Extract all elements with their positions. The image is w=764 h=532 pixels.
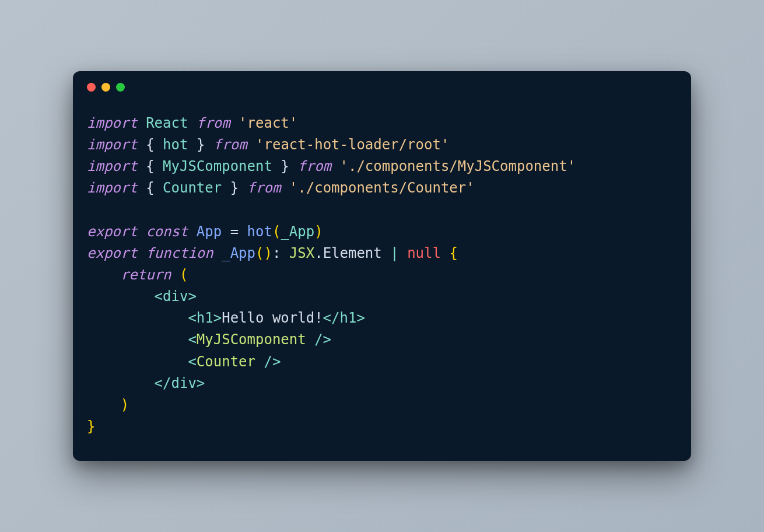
keyword-from: from <box>247 180 281 196</box>
tag-open: < <box>155 288 163 304</box>
code-line: import { Counter } from './components/Co… <box>87 180 475 196</box>
keyword-null: null <box>407 245 441 261</box>
component-tag: Counter <box>197 354 255 370</box>
code-line: } <box>87 418 95 435</box>
tag-close: > <box>213 310 222 326</box>
brace: { <box>146 158 154 174</box>
string-literal: 'react-hot-loader/root' <box>255 136 449 153</box>
code-line: export function _App(): JSX.Element | nu… <box>87 245 458 261</box>
keyword-export: export <box>87 245 138 261</box>
code-line: <Counter /> <box>87 354 281 370</box>
minimize-button[interactable] <box>101 83 110 92</box>
identifier: App <box>197 223 222 240</box>
keyword-const: const <box>146 223 188 240</box>
code-line: ) <box>87 397 129 413</box>
code-line: import { MyJSComponent } from './compone… <box>87 158 576 174</box>
tag-close: /> <box>255 354 281 370</box>
tag-open: < <box>188 331 196 348</box>
string-literal: './components/MyJSComponent' <box>340 158 576 174</box>
brace: } <box>281 158 289 174</box>
paren-open: ( <box>272 223 281 240</box>
tag-open: < <box>188 354 196 370</box>
brace: } <box>230 180 239 196</box>
tag-close: /> <box>306 331 331 348</box>
code-line: <h1>Hello world!</h1> <box>87 310 365 326</box>
operator: = <box>230 223 239 240</box>
code-line: export const App = hot(_App) <box>87 223 323 240</box>
tag-open: </ <box>323 310 340 326</box>
paren-close: ) <box>121 397 129 413</box>
identifier: _App <box>281 223 314 240</box>
keyword-from: from <box>213 136 247 153</box>
component-tag: MyJSComponent <box>197 331 306 348</box>
identifier: Counter <box>163 180 222 196</box>
identifier: hot <box>163 136 188 153</box>
keyword-import: import <box>87 115 138 131</box>
keyword-from: from <box>297 158 331 174</box>
string-literal: 'react' <box>239 115 297 131</box>
keyword-function: function <box>146 245 213 261</box>
pipe-operator: | <box>390 245 398 261</box>
function-name: _App <box>222 245 255 261</box>
tag-open: </ <box>155 375 171 391</box>
type-namespace: JSX <box>289 245 314 261</box>
keyword-import: import <box>87 136 138 153</box>
identifier: React <box>146 115 188 131</box>
paren-open: ( <box>180 267 188 283</box>
code-window: import React from 'react' import { hot }… <box>73 71 691 461</box>
identifier: MyJSComponent <box>163 158 272 174</box>
code-line: import React from 'react' <box>87 115 297 131</box>
keyword-import: import <box>87 180 138 196</box>
keyword-return: return <box>121 267 171 283</box>
code-line: import { hot } from 'react-hot-loader/ro… <box>87 136 449 153</box>
code-editor[interactable]: import React from 'react' import { hot }… <box>73 96 691 461</box>
html-tag: h1 <box>197 310 213 326</box>
paren-close: ) <box>314 223 323 240</box>
brace: { <box>146 180 154 196</box>
code-line: </div> <box>87 375 205 391</box>
html-tag: h1 <box>340 310 357 326</box>
colon: : <box>272 245 281 261</box>
paren-close: ) <box>264 245 272 261</box>
tag-close: > <box>356 310 365 326</box>
keyword-export: export <box>87 223 138 240</box>
type-name: Element <box>323 245 382 261</box>
html-tag: div <box>171 375 197 391</box>
keyword-from: from <box>197 115 230 131</box>
code-line: <MyJSComponent /> <box>87 331 331 348</box>
function-call: hot <box>247 223 272 240</box>
brace: { <box>146 136 154 153</box>
code-line: <div> <box>87 288 197 304</box>
brace-open: { <box>449 245 457 261</box>
tag-open: < <box>188 310 196 326</box>
brace: } <box>197 136 205 153</box>
tag-close: > <box>197 375 205 391</box>
close-button[interactable] <box>87 83 96 92</box>
tag-close: > <box>188 288 196 304</box>
html-tag: div <box>163 288 188 304</box>
code-line: return ( <box>87 267 188 283</box>
maximize-button[interactable] <box>116 83 125 92</box>
keyword-import: import <box>87 158 138 174</box>
paren-open: ( <box>255 245 264 261</box>
brace-close: } <box>87 418 95 435</box>
text-content: Hello world! <box>222 310 323 326</box>
dot: . <box>314 245 323 261</box>
window-titlebar <box>73 71 691 96</box>
string-literal: './components/Counter' <box>289 180 475 196</box>
